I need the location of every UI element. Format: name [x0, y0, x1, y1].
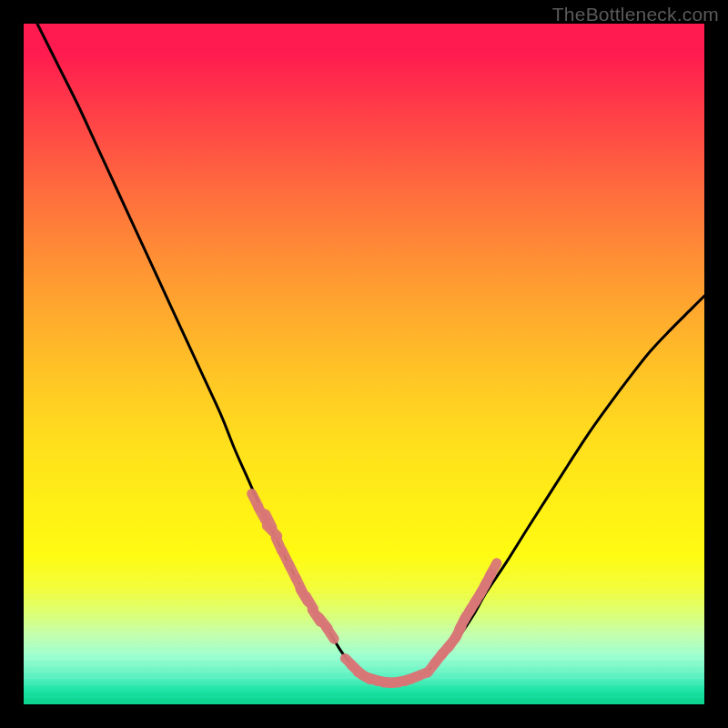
- data-marker: [266, 514, 272, 527]
- data-marker: [490, 563, 497, 576]
- watermark-label: TheBottleneck.com: [552, 4, 719, 25]
- data-marker: [326, 627, 334, 639]
- curve-layer: [37, 24, 704, 684]
- chart-svg: [24, 24, 704, 704]
- chart-plot-area: [24, 24, 704, 704]
- marker-layer: [252, 493, 497, 682]
- v-curve: [37, 24, 704, 684]
